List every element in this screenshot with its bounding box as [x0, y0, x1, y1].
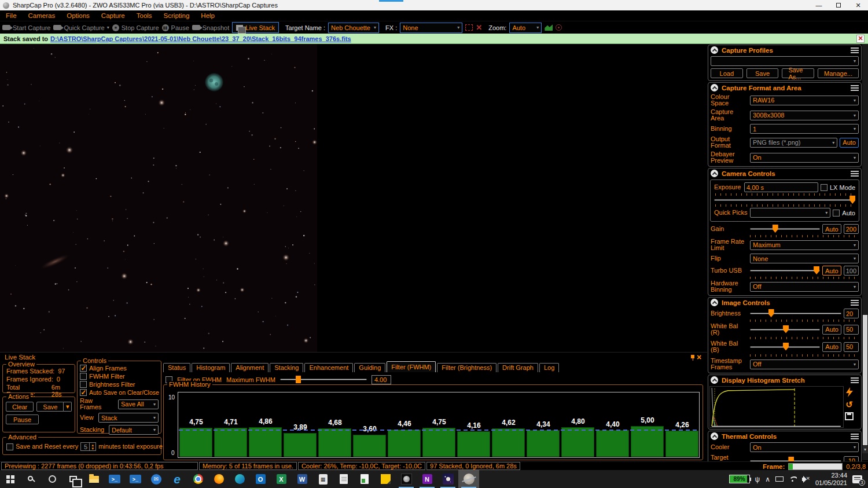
lx-mode-checkbox[interactable] — [821, 184, 827, 191]
exposure-slider[interactable] — [714, 196, 855, 204]
exposure-input[interactable]: 4,00 s — [744, 182, 818, 192]
taskbar-icon-sticky-notes[interactable] — [375, 470, 396, 488]
stacking-select[interactable]: Default▾ — [109, 425, 159, 435]
zoom-select[interactable]: Auto▾ — [509, 23, 542, 33]
menu-item-file[interactable]: File — [0, 12, 23, 19]
battery-indicator[interactable]: 89% — [729, 475, 750, 483]
white-balance-r-value[interactable]: 50 — [844, 325, 859, 335]
clock[interactable]: 23:4401/05/2021 — [815, 472, 847, 487]
gain-auto-button[interactable]: Auto — [822, 224, 841, 234]
collapse-icon[interactable] — [711, 376, 718, 384]
minutes-spinner[interactable]: 5▲▼ — [80, 442, 96, 451]
scrollbar-thumb[interactable] — [863, 315, 867, 445]
raw-frames-select[interactable]: Save All▾ — [118, 399, 159, 409]
taskbar-icon-firefox[interactable] — [208, 470, 229, 488]
taskbar-icon-file-explorer[interactable] — [83, 470, 104, 488]
manage-button[interactable]: Manage... — [818, 68, 859, 78]
save-stack-button[interactable]: Save — [36, 402, 64, 412]
scrollbar-down-arrow[interactable]: ▾ — [862, 446, 868, 453]
profile-select[interactable]: ▾ — [711, 56, 859, 66]
usb-device-icon[interactable]: ψ — [755, 475, 760, 483]
taskbar-icon-night-sky[interactable] — [437, 470, 458, 488]
collapse-icon[interactable] — [711, 299, 718, 306]
volume-muted-icon[interactable] — [802, 476, 810, 483]
quick-picks-select[interactable]: ▾ — [750, 208, 830, 218]
brightness-filter-checkbox[interactable] — [80, 381, 87, 388]
stacked-image-canvas[interactable] — [0, 44, 707, 352]
white-balance-b-auto-button[interactable]: Auto — [822, 342, 841, 352]
clear-selection-icon[interactable]: ✕ — [476, 23, 482, 32]
flip-select[interactable]: None▾ — [750, 254, 859, 263]
taskbar-icon-start[interactable] — [0, 470, 21, 488]
taskbar-icon-internet-explorer[interactable]: e — [167, 470, 187, 488]
turbo-usb-slider[interactable] — [750, 266, 820, 275]
tab-filter-fwhm-[interactable]: Filter (FWHM) — [387, 361, 436, 372]
save-options-dropdown[interactable]: ▾ — [64, 402, 72, 412]
menu-item-capture[interactable]: Capture — [95, 12, 131, 19]
taskbar-icon-powershell-2[interactable] — [125, 470, 146, 488]
maximum-fwhm-value[interactable]: 4.00 — [372, 375, 391, 384]
capture-area-select[interactable]: 3008x3008▾ — [750, 111, 859, 120]
menu-icon[interactable] — [851, 85, 859, 91]
menu-icon[interactable] — [851, 434, 859, 439]
brightness-value[interactable]: 20 — [844, 309, 859, 318]
save-reset-checkbox[interactable] — [6, 443, 13, 450]
reticle-icon[interactable] — [556, 24, 562, 31]
tab-histogram[interactable]: Histogram — [192, 363, 230, 372]
notification-close-button[interactable]: ✕ — [856, 35, 865, 43]
maximum-fwhm-slider[interactable] — [280, 376, 367, 384]
histogram-icon[interactable] — [545, 24, 553, 31]
taskbar-icon-calculator[interactable] — [312, 470, 333, 488]
pause-button[interactable]: ▮▮Pause — [162, 24, 189, 31]
frame-rate-limit-select[interactable]: Maximum▾ — [750, 240, 859, 250]
menu-item-tools[interactable]: Tools — [131, 12, 158, 19]
hardware-binning-select[interactable]: Off▾ — [750, 282, 859, 292]
side-panel-scrollbar[interactable]: ▾ — [862, 44, 868, 460]
tab-drift-graph[interactable]: Drift Graph — [498, 363, 538, 372]
taskbar-icon-photos-moon[interactable] — [396, 470, 417, 488]
stack-file-link[interactable]: D:\ASTRO\SharpCap Captures\2021-05-01\Ne… — [50, 35, 351, 42]
collapse-icon[interactable] — [711, 84, 718, 91]
start-capture-button[interactable]: Start Capture — [2, 24, 50, 31]
save-stretch-icon[interactable] — [845, 412, 854, 420]
tab-log[interactable]: Log — [539, 363, 559, 372]
menu-icon[interactable] — [851, 377, 859, 383]
gain-value[interactable]: 200 — [844, 224, 859, 234]
taskbar-icon-sharpcap[interactable] — [458, 470, 479, 488]
wifi-icon[interactable] — [789, 476, 797, 482]
taskbar-icon-task-view[interactable] — [62, 470, 83, 488]
gain-slider[interactable] — [750, 225, 820, 233]
pause-stack-button[interactable]: Pause — [6, 414, 39, 424]
white-balance-b-slider[interactable] — [750, 343, 820, 351]
taskbar-icon-onenote[interactable]: N — [417, 470, 437, 488]
save-button[interactable]: Save — [746, 68, 779, 78]
taskbar-icon-excel[interactable]: X — [271, 470, 292, 488]
taskbar-icon-docs[interactable] — [354, 470, 375, 488]
reset-stretch-icon[interactable]: ↺ — [845, 401, 853, 408]
tray-expand-icon[interactable]: ∧ — [765, 475, 770, 483]
collapse-icon[interactable] — [711, 170, 718, 177]
output-format-auto-button[interactable]: Auto — [840, 138, 859, 148]
quick-capture-button[interactable]: Quick Capture▾ — [53, 24, 109, 31]
live-stack-close-icon[interactable]: × — [697, 353, 701, 362]
taskbar-icon-powershell[interactable] — [104, 470, 125, 488]
taskbar-icon-search[interactable] — [21, 470, 42, 488]
exposure-auto-checkbox[interactable] — [833, 210, 840, 217]
pin-icon[interactable] — [690, 354, 696, 361]
collapse-icon[interactable] — [711, 432, 718, 440]
collapse-icon[interactable] — [711, 46, 718, 54]
snapshot-button[interactable]: Snapshot — [192, 24, 229, 31]
minimize-button[interactable]: — — [809, 0, 829, 10]
cooler-select[interactable]: On▾ — [750, 442, 859, 452]
menu-item-cameras[interactable]: Cameras — [23, 12, 61, 19]
menu-item-options[interactable]: Options — [61, 12, 95, 19]
pen-battery-icon[interactable] — [775, 476, 784, 482]
view-select[interactable]: Stack▾ — [98, 413, 159, 423]
taskbar-icon-chrome[interactable] — [187, 470, 208, 488]
turbo-usb-auto-button[interactable]: Auto — [822, 266, 841, 276]
align-frames-checkbox[interactable] — [80, 365, 87, 372]
menu-item-scripting[interactable]: Scripting — [158, 12, 196, 19]
white-balance-r-auto-button[interactable]: Auto — [822, 325, 841, 335]
brightness-slider[interactable] — [750, 309, 841, 318]
menu-icon[interactable] — [851, 171, 859, 177]
